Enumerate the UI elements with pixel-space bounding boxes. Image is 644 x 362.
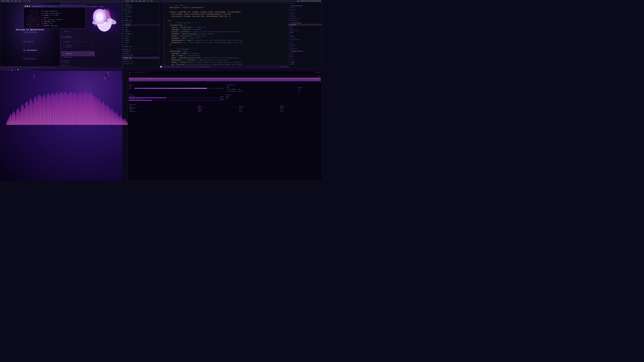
glava-bar (99, 99, 100, 125)
neofetch-window: emmet@snowfire:~ ~ distfetch \ /\ ) ( ')… (24, 5, 86, 28)
glava-bar (68, 93, 69, 125)
glava-bar (116, 111, 117, 125)
glava-bar (10, 114, 10, 125)
glava-bars (7, 91, 128, 125)
process-table: Name PID(s) CPU(%) MEM(%) Hyprland 2520 … (129, 106, 321, 112)
right-top-status-bar: ⚡ Tech 100% 20% 🔊 100% 25 10% Sat 2024-0… (122, 0, 322, 2)
glava-bar (7, 121, 8, 125)
status-bar-left: Tech 100% 20% 🔊 100% ☀ 25 10% (1, 0, 30, 2)
glava-bar (52, 93, 53, 125)
glava-bar (122, 119, 123, 125)
glava-bar (59, 95, 59, 125)
glava-bar (86, 92, 86, 125)
glava-bar (85, 92, 85, 125)
glava-bar (102, 103, 103, 125)
glava-bar (62, 92, 62, 125)
glava-bar (32, 101, 32, 125)
processes-section: Processes Name PID(s) CPU(%) MEM(%) Hypr… (128, 103, 322, 113)
glava-bar (118, 115, 119, 125)
glava-bar (74, 93, 74, 125)
glava-bar (100, 101, 100, 125)
neofetch-info: WE| emmet @ snowfire OS: nixos 24.05 (ua… (42, 8, 62, 28)
code-main-area[interactable]: 12345 678910 1112131415 1617181920 21222… (160, 0, 288, 68)
glava-bar (58, 93, 58, 125)
glava-bar (60, 93, 60, 125)
glava-bar (46, 97, 46, 125)
temperatures-section: Temperatures Temp Temp(C) card0 (amdgpu)… (225, 84, 322, 93)
glava-bar (56, 92, 57, 125)
qb-title: Welcome to Qutebrowser (0, 28, 60, 31)
glava-bar (94, 96, 95, 125)
qb-menu-quickmarks[interactable]: [b] Quickmarks (23, 49, 37, 52)
glava-bar (13, 111, 14, 125)
glava-bar (28, 105, 29, 125)
qb-menu: [o] Search [b] Quickmarks [S h] History … (23, 35, 37, 68)
minimize-button[interactable] (27, 6, 28, 7)
glava-bar (113, 111, 113, 125)
glava-bar (37, 100, 38, 125)
glava-bar (111, 110, 111, 125)
glava-bar (124, 120, 124, 125)
glava-bar (89, 93, 90, 125)
glava-bar (101, 102, 102, 125)
glava-bar (65, 92, 66, 125)
glava-bar (105, 105, 106, 125)
glava-bar (90, 92, 91, 125)
glava-bar (61, 92, 62, 125)
glava-bar (119, 116, 120, 125)
glava-bar (93, 95, 94, 125)
qb-menu-history[interactable]: [S h] History (23, 57, 37, 60)
glava-bar (40, 96, 41, 125)
glava-bar (117, 114, 118, 125)
glava-bar (33, 103, 33, 125)
glava-bar (14, 112, 15, 125)
glava-bar (18, 109, 19, 125)
glava-bar (120, 115, 121, 125)
process-row: pipewire-pu 3150 0.15 0.1% (129, 111, 321, 112)
glava-bar (76, 93, 77, 125)
glava-bar (104, 104, 105, 125)
glava-bar (108, 107, 109, 125)
glava-bar (88, 94, 88, 125)
glava-bar (70, 92, 71, 125)
glava-bar (70, 92, 70, 125)
glava-bar (96, 98, 96, 125)
bottom-left-statusbar: ⚡ Tech 100% 🔊 20% 💡 100% 25 10% (0, 68, 122, 71)
glava-bar (91, 93, 92, 125)
glava-bar (30, 100, 30, 125)
glava-bar (48, 93, 48, 125)
glava-bar (50, 96, 51, 125)
glava-bar (79, 93, 80, 125)
glava-bar (98, 100, 98, 125)
glava-bar (87, 93, 88, 125)
maximize-button[interactable] (29, 6, 30, 7)
glava-bar (20, 111, 20, 125)
glava-bar (11, 115, 12, 125)
glava-bar (112, 108, 112, 125)
glava-bar (12, 113, 13, 125)
svg-point-14 (105, 15, 106, 15)
glava-bar (38, 95, 39, 125)
close-button[interactable] (25, 6, 26, 7)
qb-statusbar: file:///home/emmet/.browser/Tech/config/… (0, 66, 60, 68)
glava-bar (75, 92, 76, 125)
code-editor-panel: ▾ .dotfiles ▸ .git ▸ patches ▾ profiles … (122, 0, 322, 68)
temp-table: Temp Temp(C) card0 (amdgpu): edge 49°C c… (226, 86, 321, 92)
disks-section: Disks /dev/dm-0 /504GB /dev/dm-0 /nix/st… (128, 93, 225, 103)
svg-point-11 (102, 14, 104, 16)
network-section: Network 36.0 10.5 0% (225, 93, 322, 103)
glava-bar (21, 106, 22, 125)
glava-bar (106, 106, 107, 125)
glava-bar (77, 95, 78, 125)
glava-bar (18, 107, 18, 125)
glava-bar (16, 110, 17, 125)
code-outline-sidebar: ▾ description outputs ▾ systemSettings s… (288, 0, 322, 68)
file-listing: Temp-Settings → ... flake.lock27.5 K fla… (61, 33, 95, 68)
neofetch-content: \ /\ ) ( ') ( / ) .____\__(____/. ::::::… (24, 7, 85, 28)
code-content[interactable]: { # --- top level --- description = "Fla… (165, 0, 288, 65)
glava-bar (9, 116, 10, 125)
qb-menu-search[interactable]: [o] Search (23, 40, 37, 43)
file-bottom-bar: 4.03M sum, 132G free 8/13 All (60, 66, 122, 68)
line-numbers: 12345 678910 1112131415 1617181920 21222… (160, 0, 165, 65)
status-volume: 🔊 100% (15, 0, 21, 2)
